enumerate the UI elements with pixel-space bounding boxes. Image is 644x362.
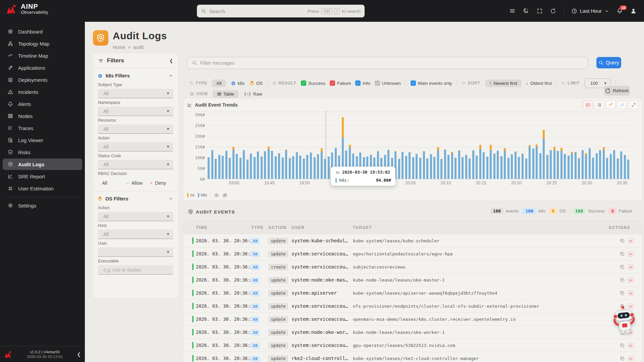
table-row[interactable]: 2026. 03. 30. 20:36:25 K8 update rke2-cl…: [183, 352, 642, 362]
bar-82[interactable]: [497, 151, 499, 179]
notifications-button[interactable]: 18: [616, 8, 623, 14]
sidebar-item-settings[interactable]: Settings: [3, 200, 82, 211]
bar-64[interactable]: [433, 157, 435, 179]
sidebar-item-user-estimation[interactable]: User Estimation: [3, 183, 82, 194]
bar-9[interactable]: [239, 158, 241, 179]
col-action[interactable]: ACTION: [268, 225, 287, 230]
chevron-up-icon[interactable]: [168, 73, 173, 78]
sidebar-item-traces[interactable]: Traces: [3, 122, 82, 134]
bar-4[interactable]: [222, 156, 224, 179]
bar-91[interactable]: [529, 145, 531, 179]
table-row[interactable]: 2026. 03. 30. 20:36:26 K8 update system:…: [183, 313, 642, 326]
table-row[interactable]: 2026. 03. 30. 20:36:26 K8 update system:…: [183, 339, 642, 352]
filter-select-user[interactable]: ▼: [98, 247, 173, 257]
ai-analyze-button[interactable]: AI: [628, 251, 634, 256]
filter-select-action[interactable]: All▼: [98, 142, 173, 152]
bar-32[interactable]: [321, 148, 323, 179]
filter-select-status-code[interactable]: All▼: [98, 160, 173, 169]
bar-54[interactable]: [398, 159, 400, 179]
filter-messages-input[interactable]: Filter messages: [187, 57, 588, 69]
bar-10[interactable]: [243, 150, 245, 179]
bar-114[interactable]: [610, 154, 612, 179]
bar-100[interactable]: [560, 148, 562, 179]
bar-88[interactable]: [518, 157, 520, 179]
sidebar-item-audit-logs[interactable]: Audit Logs: [3, 159, 82, 170]
bar-84[interactable]: [504, 148, 506, 179]
user-avatar-icon[interactable]: [630, 8, 637, 14]
type-option-k8s[interactable]: k8s: [231, 81, 245, 86]
bar-96[interactable]: [546, 155, 548, 179]
type-option-all[interactable]: All: [212, 79, 226, 87]
table-row[interactable]: 2026. 03. 30. 20:36:27 K8 create system:…: [183, 260, 642, 274]
bar-80[interactable]: [490, 145, 492, 179]
copy-icon[interactable]: [620, 278, 625, 283]
col-time[interactable]: TIME: [196, 225, 208, 230]
ai-analyze-button[interactable]: AI: [628, 264, 634, 269]
bar-1[interactable]: [211, 150, 213, 179]
bar-86[interactable]: [511, 154, 513, 179]
ai-analyze-button[interactable]: AI: [628, 343, 634, 348]
bar-59[interactable]: [416, 154, 418, 179]
bar-94[interactable]: [539, 153, 541, 179]
bar-60[interactable]: [419, 158, 421, 179]
filters-collapse-icon[interactable]: ❮: [169, 58, 173, 63]
bar-111[interactable]: [599, 150, 601, 179]
bar-109[interactable]: [592, 158, 594, 179]
bar-30[interactable]: [314, 157, 316, 179]
main-events-only-checkbox[interactable]: Main events only: [411, 80, 452, 86]
bar-110[interactable]: [596, 153, 598, 179]
bar-21[interactable]: [282, 158, 284, 179]
bar-25[interactable]: [296, 152, 298, 179]
bar-77[interactable]: [479, 145, 481, 179]
bar-23[interactable]: [289, 158, 291, 179]
copy-icon[interactable]: [620, 238, 625, 243]
bar-113[interactable]: [606, 158, 608, 179]
global-search-input[interactable]: Search Press Ctrl / to search: [197, 5, 365, 17]
bar-24[interactable]: [292, 156, 294, 179]
bar-106[interactable]: [582, 150, 584, 179]
chart-tool-scatter-icon[interactable]: [617, 101, 627, 109]
filter-select-subject-type[interactable]: All▼: [98, 89, 173, 98]
query-button[interactable]: Query: [596, 57, 621, 68]
chart-tool-expand-icon[interactable]: [629, 101, 638, 109]
bar-97[interactable]: [550, 150, 552, 179]
bar-16[interactable]: [264, 151, 266, 179]
bar-26[interactable]: [299, 156, 301, 179]
bar-63[interactable]: [430, 154, 432, 179]
view-option-table[interactable]: Table: [213, 90, 238, 98]
bar-12[interactable]: [250, 154, 252, 179]
bar-5[interactable]: [225, 151, 227, 179]
bar-95[interactable]: [543, 130, 545, 179]
bar-101[interactable]: [564, 154, 566, 179]
bar-112[interactable]: [603, 147, 605, 179]
table-row[interactable]: 2026. 03. 30. 20:36:27 K8 update system:…: [183, 274, 642, 287]
bar-93[interactable]: [536, 144, 538, 179]
bar-87[interactable]: [515, 152, 517, 179]
time-range-selector[interactable]: Last Hour: [571, 8, 609, 14]
sort-option-newest-first[interactable]: ↑Newest first: [485, 79, 522, 87]
bar-72[interactable]: [462, 157, 464, 179]
table-row[interactable]: 2026. 03. 30. 20:36:27 K8 update system:…: [183, 234, 642, 247]
bar-103[interactable]: [571, 152, 573, 179]
copy-icon[interactable]: [620, 264, 625, 269]
filter-select-host[interactable]: All▼: [98, 230, 173, 239]
bar-117[interactable]: [620, 152, 622, 179]
bar-81[interactable]: [493, 154, 495, 179]
ai-analyze-button[interactable]: AI: [628, 278, 634, 283]
table-row[interactable]: 2026. 03. 30. 20:36:27 K8 update system:…: [183, 287, 642, 300]
bar-27[interactable]: [303, 159, 305, 179]
bar-73[interactable]: [465, 155, 467, 179]
sidebar-item-nodes[interactable]: Nodes: [3, 110, 82, 122]
result-check-unknown[interactable]: Unknown: [375, 80, 401, 86]
copy-icon[interactable]: [620, 356, 625, 361]
menu-icon[interactable]: [509, 8, 516, 14]
bar-68[interactable]: [447, 155, 449, 179]
assistant-robot-mascot[interactable]: [609, 304, 639, 337]
bar-19[interactable]: [275, 156, 277, 179]
bar-6[interactable]: [229, 158, 231, 179]
ai-analyze-button[interactable]: AI: [628, 238, 634, 243]
sidebar-item-dashboard[interactable]: Dashboard: [3, 26, 82, 37]
bar-104[interactable]: [575, 152, 577, 179]
chart-tool-trend-icon[interactable]: [606, 101, 615, 109]
sidebar-item-deployments[interactable]: Deployments: [3, 74, 82, 85]
